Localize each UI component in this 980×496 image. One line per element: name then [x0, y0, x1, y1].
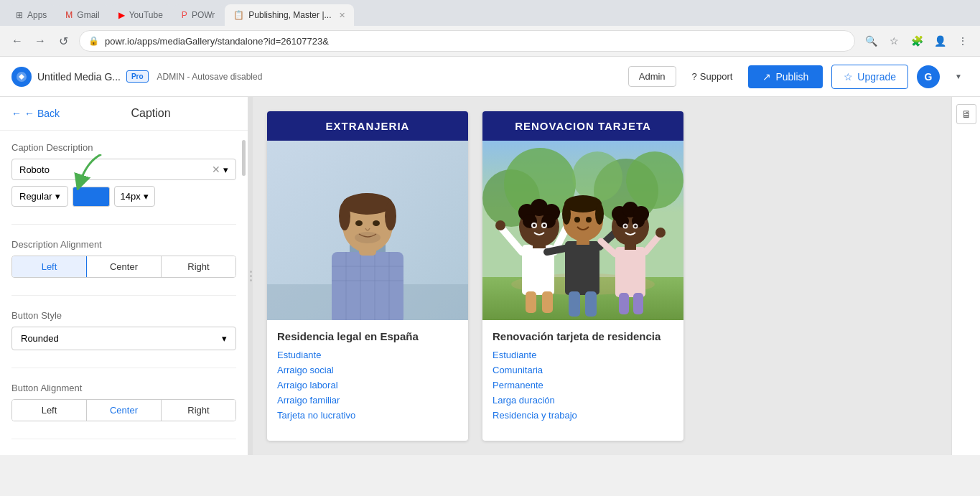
card-renovacion-link-1[interactable]: Comunitaria [493, 365, 673, 375]
sidebar-title: Caption [65, 107, 236, 120]
btn-align-left-button[interactable]: Left [12, 400, 87, 421]
sidebar-content: Caption Description Roboto ✕ ▾ Regular [0, 131, 248, 455]
user-menu-chevron[interactable]: ▼ [948, 67, 969, 87]
back-label: ← Back [24, 108, 60, 119]
card-extranjeria-link-2[interactable]: Arraigo laboral [277, 380, 458, 390]
svg-rect-57 [585, 291, 597, 317]
publish-button[interactable]: ↗ Publish [748, 65, 823, 88]
menu-icon[interactable]: ⋮ [953, 31, 973, 51]
font-style-select[interactable]: Regular ▾ [11, 186, 68, 207]
button-style-label: Button Style [11, 310, 236, 321]
button-style-dropdown[interactable]: Rounded ▾ [11, 327, 236, 350]
right-panel: 🖥 [951, 97, 980, 455]
svg-point-41 [533, 224, 536, 227]
tab-publishing-label: Publishing, Master |... [248, 10, 331, 20]
card-extranjeria-header: EXTRANJERIA [267, 111, 468, 141]
divider-3 [11, 368, 236, 368]
svg-point-42 [543, 224, 546, 227]
description-alignment-group: Left Center Right [11, 256, 236, 278]
button-style-value: Rounded [21, 333, 59, 344]
button-text-color-section: Button Text Color #4a4a4a Done [11, 454, 236, 455]
extensions-icon[interactable]: 🧩 [907, 31, 927, 51]
color-swatch[interactable] [73, 187, 110, 207]
gmail-favicon: M [65, 10, 73, 20]
url-text: powr.io/apps/mediaGallery/standalone?id=… [105, 36, 846, 47]
svg-point-52 [562, 203, 571, 225]
btn-align-center-button[interactable]: Center [87, 400, 162, 421]
reload-button[interactable]: ↺ [53, 31, 73, 51]
card-renovacion-image [482, 141, 683, 320]
card-extranjeria-link-1[interactable]: Arraigo social [277, 365, 458, 375]
card-extranjeria-link-4[interactable]: Tarjeta no lucrativo [277, 410, 458, 421]
back-arrow-icon: ← [11, 108, 22, 119]
resize-dots [250, 271, 252, 281]
font-name-value: Roboto [19, 164, 50, 175]
back-nav-button[interactable]: ← [7, 31, 27, 51]
profile-icon[interactable]: 👤 [930, 31, 950, 51]
forward-nav-button[interactable]: → [30, 31, 50, 51]
desc-align-left-button[interactable]: Left [12, 256, 87, 277]
support-button[interactable]: ? Support [685, 67, 740, 86]
font-size-select[interactable]: 14px ▾ [114, 186, 155, 207]
svg-point-54 [574, 217, 580, 223]
tab-youtube[interactable]: ▶ YouTube [110, 4, 172, 26]
svg-point-61 [655, 228, 666, 238]
search-icon[interactable]: 🔍 [861, 31, 881, 51]
app-title: Untitled Media G... [37, 71, 121, 83]
tab-apps[interactable]: ⊞ Apps [7, 4, 55, 26]
admin-button[interactable]: Admin [628, 66, 676, 87]
desc-align-center-button[interactable]: Center [87, 256, 162, 277]
btn-align-right-button[interactable]: Right [162, 400, 235, 421]
svg-rect-45 [565, 241, 599, 295]
card-renovacion-link-4[interactable]: Residencia y trabajo [493, 410, 673, 421]
app-logo: Untitled Media G... Pro [11, 67, 149, 87]
card-renovacion-link-2[interactable]: Permanente [493, 380, 673, 390]
upgrade-label: Upgrade [857, 71, 896, 83]
tab-close-icon[interactable]: ✕ [339, 11, 345, 20]
svg-point-24 [572, 151, 622, 202]
tab-gmail-label: Gmail [77, 10, 99, 20]
svg-point-18 [355, 232, 381, 243]
tab-powr[interactable]: P POWr [173, 4, 223, 26]
bookmark-icon[interactable]: ☆ [884, 31, 904, 51]
upgrade-button[interactable]: ☆ Upgrade [831, 65, 908, 89]
font-name-select[interactable]: Roboto ✕ ▾ [11, 159, 236, 180]
nav-buttons: ← → ↺ [7, 31, 73, 51]
back-button[interactable]: ← ← Back [11, 108, 60, 119]
card-renovacion-link-0[interactable]: Estudiante [493, 350, 673, 360]
card-renovacion-link-3[interactable]: Larga duración [493, 395, 673, 406]
support-label: Support [700, 71, 733, 82]
divider-4 [11, 439, 236, 439]
browser-titlebar: ← → ↺ 🔒 powr.io/apps/mediaGallery/standa… [0, 26, 980, 56]
sidebar-header: ← ← Back Caption [0, 97, 248, 131]
button-alignment-group: Left Center Right [11, 399, 236, 421]
sidebar-scrollbar [242, 140, 246, 176]
share-icon: ↗ [762, 71, 771, 83]
app-logo-icon [11, 67, 32, 87]
user-avatar[interactable]: G [917, 65, 940, 88]
lock-icon: 🔒 [88, 36, 99, 46]
tab-gmail[interactable]: M Gmail [57, 4, 108, 26]
style-dropdown-icon: ▾ [55, 191, 60, 202]
address-bar[interactable]: 🔒 powr.io/apps/mediaGallery/standalone?i… [79, 30, 855, 52]
font-name-row: Roboto ✕ ▾ [11, 159, 236, 180]
desc-align-right-button[interactable]: Right [162, 256, 235, 277]
tab-youtube-label: YouTube [129, 10, 163, 20]
svg-point-23 [626, 151, 683, 209]
svg-rect-44 [542, 291, 553, 313]
monitor-icon[interactable]: 🖥 [956, 104, 976, 124]
content-area: EXTRANJERIA [253, 97, 951, 455]
card-renovacion-body: Renovación tarjeta de residencia Estudia… [482, 320, 683, 435]
svg-rect-73 [619, 293, 629, 314]
question-icon: ? [692, 71, 697, 82]
description-alignment-label: Description Alignment [11, 239, 236, 250]
font-clear-icon[interactable]: ✕ [212, 164, 220, 175]
tab-publishing[interactable]: 📋 Publishing, Master |... ✕ [225, 4, 353, 26]
card-extranjeria-link-0[interactable]: Estudiante [277, 350, 458, 360]
tab-apps-label: Apps [27, 10, 47, 20]
card-extranjeria-link-3[interactable]: Arraigo familiar [277, 395, 458, 406]
color-swatch-container [73, 187, 110, 207]
button-text-color-label: Button Text Color [11, 454, 236, 455]
svg-line-46 [547, 248, 565, 252]
font-size-value: 14px [121, 191, 141, 202]
